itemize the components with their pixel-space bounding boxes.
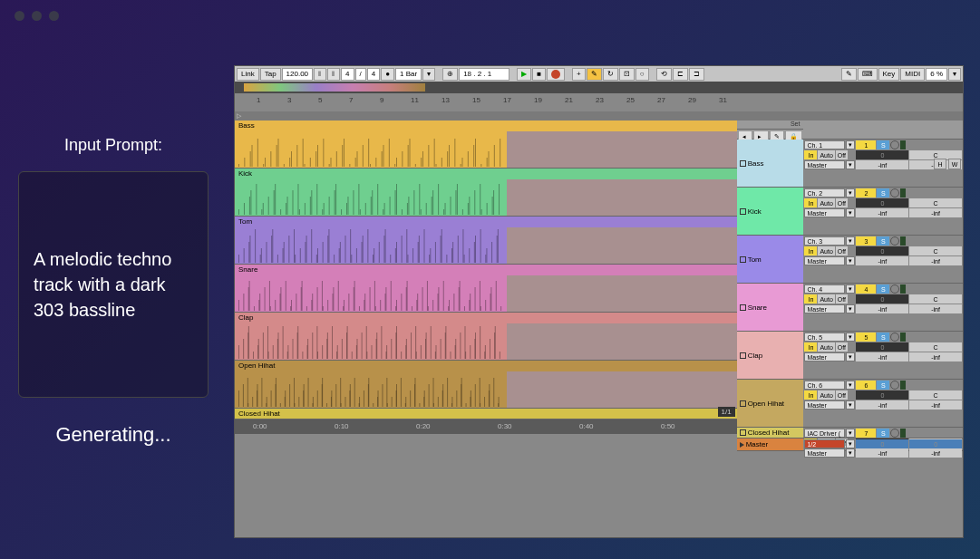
track-header[interactable]: Clap bbox=[737, 332, 804, 380]
pan-center[interactable]: C bbox=[909, 342, 962, 352]
monitor-off-button[interactable]: Off bbox=[836, 390, 848, 400]
track-number[interactable]: 4 bbox=[856, 284, 876, 294]
clip-region[interactable] bbox=[235, 371, 737, 408]
track-header[interactable]: Open Hihat bbox=[737, 380, 804, 428]
key-map-button[interactable]: Key bbox=[878, 68, 900, 81]
input-select-dropdown[interactable]: ▾ bbox=[846, 140, 855, 149]
arm-button[interactable] bbox=[890, 333, 899, 342]
nudge-down-button[interactable]: ⫴ bbox=[314, 68, 326, 81]
clip-region[interactable] bbox=[235, 179, 737, 216]
input-channel-select[interactable]: Ch. 5 bbox=[804, 333, 845, 342]
monitor-auto-button[interactable]: Auto bbox=[818, 150, 834, 159]
overview-region[interactable] bbox=[244, 83, 425, 92]
output-route-select[interactable]: Master bbox=[804, 400, 845, 410]
clip-region[interactable] bbox=[235, 227, 737, 264]
clip-header[interactable]: Open Hihat bbox=[235, 361, 737, 371]
clip-header[interactable]: Kick bbox=[235, 169, 737, 179]
monitor-off-button[interactable]: Off bbox=[836, 150, 848, 159]
pan-center[interactable]: C bbox=[909, 198, 962, 207]
output-route-select[interactable]: Master bbox=[804, 352, 845, 361]
nudge-up-button[interactable]: ⫴ bbox=[327, 68, 340, 81]
stop-clip-button[interactable] bbox=[740, 352, 746, 359]
send-value[interactable]: 0 bbox=[856, 150, 908, 159]
h-view-button[interactable]: H bbox=[934, 159, 946, 169]
clip-header[interactable]: Bass bbox=[235, 120, 737, 131]
track-header[interactable]: Bass bbox=[737, 140, 804, 188]
marker-play-icon[interactable]: ▷ bbox=[237, 112, 241, 120]
track-number[interactable]: 1 bbox=[856, 140, 876, 149]
position-field[interactable]: 18 . 2 . 1 bbox=[459, 68, 509, 81]
monitor-in-button[interactable]: In bbox=[804, 150, 817, 159]
master-send[interactable]: 0 bbox=[856, 439, 908, 448]
output-route-dropdown[interactable]: ▾ bbox=[846, 256, 855, 265]
output-route-dropdown[interactable]: ▾ bbox=[846, 448, 855, 458]
clip-header[interactable]: Tom bbox=[235, 217, 737, 227]
time-ruler[interactable]: 0:000:100:200:300:400:501:00 bbox=[235, 419, 737, 434]
play-button[interactable]: ▶ bbox=[517, 68, 531, 81]
bar-ruler[interactable]: 1 3 5 7 9 11 13 15 17 19 21 23 25 27 29 … bbox=[235, 93, 963, 111]
solo-button[interactable]: S bbox=[877, 140, 889, 149]
track-header[interactable]: Closed Hihat bbox=[737, 428, 804, 439]
pan-center[interactable]: C bbox=[909, 246, 962, 255]
output-route-select[interactable]: Master bbox=[804, 256, 845, 265]
track-number[interactable]: 7 bbox=[856, 429, 876, 438]
automation-arm-button[interactable]: ✎ bbox=[587, 68, 602, 81]
computer-midi-button[interactable]: ⌨ bbox=[858, 68, 878, 81]
stop-clip-button[interactable] bbox=[740, 160, 746, 167]
send-value[interactable]: 0 bbox=[856, 198, 908, 207]
output-route-select[interactable]: Master bbox=[804, 304, 845, 313]
quantize-dropdown[interactable]: ▾ bbox=[422, 68, 435, 81]
output-route-select[interactable]: Master bbox=[804, 448, 845, 458]
monitor-off-button[interactable]: Off bbox=[836, 294, 848, 304]
input-select-dropdown[interactable]: ▾ bbox=[846, 284, 855, 294]
stop-clip-button[interactable] bbox=[740, 256, 746, 263]
send-value[interactable]: 0 bbox=[856, 246, 908, 255]
timesig-den[interactable]: 4 bbox=[367, 68, 380, 81]
clip-header[interactable]: Clap bbox=[235, 313, 737, 323]
arm-button[interactable] bbox=[890, 284, 899, 294]
input-channel-select[interactable]: Ch. 1 bbox=[804, 140, 845, 149]
input-select-dropdown[interactable]: ▾ bbox=[846, 188, 855, 198]
solo-button[interactable]: S bbox=[877, 284, 889, 294]
arm-button[interactable] bbox=[890, 381, 899, 390]
quantize-field[interactable]: 1 Bar bbox=[395, 68, 422, 81]
monitor-in-button[interactable]: In bbox=[804, 342, 817, 352]
track-number[interactable]: 2 bbox=[856, 188, 876, 198]
play-icon[interactable] bbox=[740, 442, 744, 448]
master-track-header[interactable]: Master bbox=[737, 439, 804, 451]
follow-button[interactable]: ⊕ bbox=[442, 68, 458, 81]
input-channel-select[interactable]: Ch. 4 bbox=[804, 284, 845, 294]
pan-center[interactable]: C bbox=[909, 294, 962, 304]
output-route-dropdown[interactable]: ▾ bbox=[846, 160, 855, 169]
solo-button[interactable]: S bbox=[877, 381, 889, 390]
input-channel-select[interactable]: Ch. 2 bbox=[804, 188, 845, 198]
arm-button[interactable] bbox=[890, 188, 899, 198]
pan-center[interactable]: C bbox=[909, 390, 962, 400]
input-select-dropdown[interactable]: ▾ bbox=[846, 333, 855, 342]
marker-lane[interactable]: ▷ bbox=[235, 111, 963, 120]
output-route-dropdown[interactable]: ▾ bbox=[846, 208, 855, 217]
monitor-auto-button[interactable]: Auto bbox=[818, 246, 834, 255]
clip-header[interactable]: Closed Hihat bbox=[235, 409, 737, 419]
track-header[interactable]: Kick bbox=[737, 188, 804, 236]
draw-mode-button[interactable]: ✎ bbox=[841, 68, 857, 81]
clip-region[interactable] bbox=[235, 275, 737, 312]
output-route-dropdown[interactable]: ▾ bbox=[846, 304, 855, 313]
master-output-select[interactable]: 1/2 bbox=[804, 439, 845, 448]
master-send[interactable]: 0 bbox=[909, 439, 962, 448]
input-select-dropdown[interactable]: ▾ bbox=[846, 381, 855, 390]
clip-region[interactable] bbox=[235, 131, 737, 168]
monitor-in-button[interactable]: In bbox=[804, 294, 817, 304]
arm-button[interactable] bbox=[890, 140, 899, 149]
master-output-dropdown[interactable]: ▾ bbox=[846, 439, 855, 448]
stop-clip-button[interactable] bbox=[740, 429, 746, 436]
input-channel-select[interactable]: Ch. 6 bbox=[804, 381, 845, 390]
solo-button[interactable]: S bbox=[877, 188, 889, 198]
overdub-button[interactable]: + bbox=[572, 68, 586, 81]
stop-clip-button[interactable] bbox=[740, 400, 746, 407]
track-header[interactable]: Tom bbox=[737, 236, 804, 284]
record-button[interactable] bbox=[547, 68, 565, 81]
input-channel-select[interactable]: Ch. 3 bbox=[804, 236, 845, 246]
monitor-off-button[interactable]: Off bbox=[836, 342, 848, 352]
link-button[interactable]: Link bbox=[237, 68, 259, 81]
